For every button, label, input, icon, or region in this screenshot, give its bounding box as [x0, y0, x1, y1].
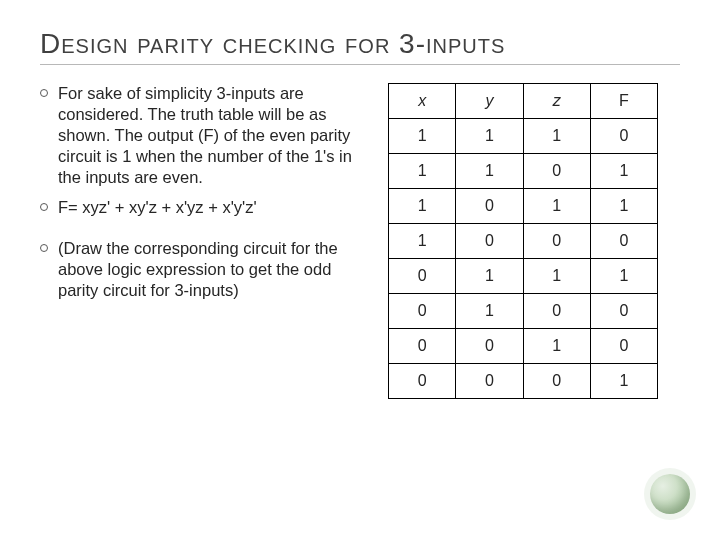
bullet-item: For sake of simplicity 3-inputs are cons… — [40, 83, 370, 189]
cell: 1 — [389, 154, 456, 189]
cell: 1 — [389, 189, 456, 224]
cell: 0 — [523, 224, 590, 259]
cell: 1 — [523, 119, 590, 154]
cell: 1 — [389, 119, 456, 154]
truth-table: x y z F 1 1 1 0 1 1 — [388, 83, 658, 399]
cell: 0 — [456, 189, 523, 224]
table-row: 0 1 0 0 — [389, 294, 658, 329]
cell: 1 — [590, 154, 657, 189]
cell: 0 — [590, 119, 657, 154]
col-header: F — [590, 84, 657, 119]
cell: 0 — [523, 154, 590, 189]
cell: 1 — [590, 189, 657, 224]
cell: 1 — [523, 259, 590, 294]
slide-title: Design parity checking for 3-inputs — [40, 28, 680, 65]
col-header: y — [456, 84, 523, 119]
cell: 1 — [456, 154, 523, 189]
cell: 1 — [456, 119, 523, 154]
bullet-list: For sake of simplicity 3-inputs are cons… — [40, 83, 370, 301]
table-row: 0 0 1 0 — [389, 329, 658, 364]
cell: 0 — [389, 294, 456, 329]
col-header: x — [389, 84, 456, 119]
cell: 1 — [590, 259, 657, 294]
bullet-item: F= xyz' + xy'z + x'yz + x'y'z' — [40, 197, 370, 218]
table-row: 1 1 1 0 — [389, 119, 658, 154]
cell: 1 — [523, 189, 590, 224]
table-header-row: x y z F — [389, 84, 658, 119]
cell: 0 — [523, 294, 590, 329]
col-header: z — [523, 84, 590, 119]
content-row: For sake of simplicity 3-inputs are cons… — [40, 83, 680, 399]
bullet-item: (Draw the corresponding circuit for the … — [40, 238, 370, 301]
cell: 0 — [456, 224, 523, 259]
table-row: 0 1 1 1 — [389, 259, 658, 294]
table-column: x y z F 1 1 1 0 1 1 — [388, 83, 658, 399]
table-row: 1 1 0 1 — [389, 154, 658, 189]
table-body: 1 1 1 0 1 1 0 1 1 0 1 1 — [389, 119, 658, 399]
cell: 1 — [523, 329, 590, 364]
text-column: For sake of simplicity 3-inputs are cons… — [40, 83, 370, 399]
cell: 1 — [389, 224, 456, 259]
cell: 0 — [590, 224, 657, 259]
cell: 0 — [456, 364, 523, 399]
cell: 0 — [456, 329, 523, 364]
cell: 1 — [590, 364, 657, 399]
cell: 0 — [389, 364, 456, 399]
cell: 0 — [590, 329, 657, 364]
table-row: 1 0 0 0 — [389, 224, 658, 259]
cell: 0 — [590, 294, 657, 329]
cell: 1 — [456, 259, 523, 294]
cell: 0 — [389, 329, 456, 364]
table-row: 1 0 1 1 — [389, 189, 658, 224]
cell: 1 — [456, 294, 523, 329]
table-row: 0 0 0 1 — [389, 364, 658, 399]
cell: 0 — [389, 259, 456, 294]
slide: Design parity checking for 3-inputs For … — [0, 0, 720, 540]
cell: 0 — [523, 364, 590, 399]
decorative-sphere-icon — [650, 474, 690, 514]
